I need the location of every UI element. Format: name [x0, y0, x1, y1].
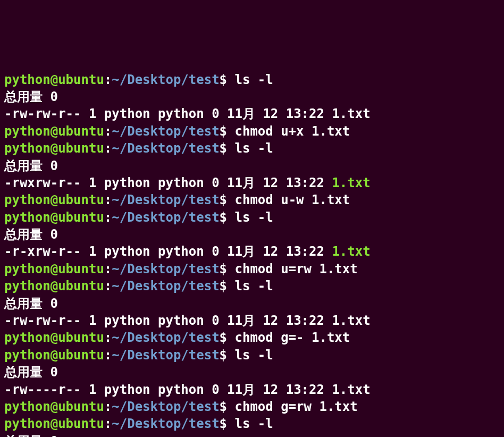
executable-filename: 1.txt	[332, 175, 370, 190]
prompt-colon: :	[104, 210, 112, 225]
prompt-path: ~/Desktop/test	[112, 192, 219, 207]
output-line: -r-xrw-r-- 1 python python 0 11月 12 13:2…	[4, 243, 500, 260]
command-text: chmod g=rw 1.txt	[235, 399, 358, 414]
command-line: python@ubuntu:~/Desktop/test$ ls -l	[4, 415, 500, 432]
prompt-path: ~/Desktop/test	[112, 330, 219, 345]
prompt-colon: :	[104, 348, 112, 363]
prompt-user-host: python@ubuntu	[4, 348, 104, 363]
output-text: -rw-rw-r-- 1 python python 0 11月 12 13:2…	[4, 106, 371, 121]
prompt-user-host: python@ubuntu	[4, 210, 104, 225]
command-text: ls -l	[235, 348, 273, 363]
output-line: -rw----r-- 1 python python 0 11月 12 13:2…	[4, 381, 500, 398]
output-line: 总用量 0	[4, 226, 500, 243]
command-line: python@ubuntu:~/Desktop/test$ chmod u+x …	[4, 123, 500, 140]
prompt-user-host: python@ubuntu	[4, 399, 104, 414]
command-line: python@ubuntu:~/Desktop/test$ ls -l	[4, 347, 500, 364]
prompt-dollar: $	[220, 399, 235, 414]
prompt-user-host: python@ubuntu	[4, 416, 104, 431]
prompt-user-host: python@ubuntu	[4, 262, 104, 276]
output-text: 总用量 0	[4, 434, 58, 437]
prompt-colon: :	[104, 330, 112, 345]
command-text: ls -l	[235, 210, 273, 225]
command-text: ls -l	[235, 416, 273, 431]
prompt-path: ~/Desktop/test	[112, 279, 219, 293]
output-text: 总用量 0	[4, 296, 58, 311]
output-text: -r-xrw-r-- 1 python python 0 11月 12 13:2…	[4, 244, 332, 259]
command-line: python@ubuntu:~/Desktop/test$ ls -l	[4, 278, 500, 295]
command-line: python@ubuntu:~/Desktop/test$ chmod g=- …	[4, 329, 500, 346]
prompt-user-host: python@ubuntu	[4, 330, 104, 345]
prompt-colon: :	[104, 192, 112, 207]
prompt-path: ~/Desktop/test	[112, 348, 219, 363]
command-line: python@ubuntu:~/Desktop/test$ chmod g=rw…	[4, 398, 500, 415]
command-line: python@ubuntu:~/Desktop/test$ chmod u-w …	[4, 191, 500, 208]
prompt-colon: :	[104, 124, 112, 139]
output-line: -rwxrw-r-- 1 python python 0 11月 12 13:2…	[4, 174, 500, 191]
prompt-dollar: $	[220, 124, 235, 139]
output-text: -rw-rw-r-- 1 python python 0 11月 12 13:2…	[4, 313, 371, 328]
output-line: 总用量 0	[4, 295, 500, 312]
prompt-colon: :	[104, 72, 112, 87]
output-line: 总用量 0	[4, 433, 500, 437]
output-text: -rw----r-- 1 python python 0 11月 12 13:2…	[4, 382, 371, 397]
prompt-user-host: python@ubuntu	[4, 141, 104, 156]
prompt-path: ~/Desktop/test	[112, 262, 219, 276]
prompt-dollar: $	[220, 330, 235, 345]
prompt-dollar: $	[220, 348, 235, 363]
output-line: 总用量 0	[4, 157, 500, 174]
command-line: python@ubuntu:~/Desktop/test$ chmod u=rw…	[4, 260, 500, 278]
command-text: ls -l	[235, 279, 273, 293]
output-line: 总用量 0	[4, 364, 500, 381]
prompt-path: ~/Desktop/test	[112, 141, 219, 156]
prompt-dollar: $	[220, 416, 235, 431]
command-text: chmod u=rw 1.txt	[235, 262, 358, 276]
command-text: ls -l	[235, 72, 273, 87]
output-text: 总用量 0	[4, 227, 58, 242]
prompt-path: ~/Desktop/test	[112, 124, 219, 139]
command-line: python@ubuntu:~/Desktop/test$ ls -l	[4, 209, 500, 226]
prompt-user-host: python@ubuntu	[4, 279, 104, 293]
output-line: 总用量 0	[4, 88, 500, 105]
command-text: ls -l	[235, 141, 273, 156]
prompt-colon: :	[104, 279, 112, 293]
command-text: chmod g=- 1.txt	[235, 330, 350, 345]
prompt-dollar: $	[220, 141, 235, 156]
command-line: python@ubuntu:~/Desktop/test$ ls -l	[4, 140, 500, 157]
output-line: -rw-rw-r-- 1 python python 0 11月 12 13:2…	[4, 312, 500, 329]
prompt-path: ~/Desktop/test	[112, 416, 219, 431]
prompt-colon: :	[104, 416, 112, 431]
prompt-colon: :	[104, 399, 112, 414]
command-text: chmod u-w 1.txt	[235, 192, 350, 207]
prompt-dollar: $	[220, 279, 235, 293]
prompt-dollar: $	[220, 262, 235, 276]
prompt-dollar: $	[220, 72, 235, 87]
output-line: -rw-rw-r-- 1 python python 0 11月 12 13:2…	[4, 105, 500, 122]
command-line: python@ubuntu:~/Desktop/test$ ls -l	[4, 71, 500, 88]
prompt-colon: :	[104, 262, 112, 276]
prompt-dollar: $	[220, 192, 235, 207]
output-text: -rwxrw-r-- 1 python python 0 11月 12 13:2…	[4, 175, 332, 190]
prompt-path: ~/Desktop/test	[112, 72, 219, 87]
prompt-path: ~/Desktop/test	[112, 399, 219, 414]
terminal-window[interactable]: python@ubuntu:~/Desktop/test$ ls -l总用量 0…	[4, 71, 500, 437]
prompt-user-host: python@ubuntu	[4, 192, 104, 207]
executable-filename: 1.txt	[332, 244, 370, 259]
output-text: 总用量 0	[4, 158, 58, 173]
prompt-colon: :	[104, 141, 112, 156]
prompt-dollar: $	[220, 210, 235, 225]
command-text: chmod u+x 1.txt	[235, 124, 350, 139]
output-text: 总用量 0	[4, 89, 58, 104]
output-text: 总用量 0	[4, 365, 58, 380]
prompt-path: ~/Desktop/test	[112, 210, 219, 225]
prompt-user-host: python@ubuntu	[4, 124, 104, 139]
prompt-user-host: python@ubuntu	[4, 72, 104, 87]
